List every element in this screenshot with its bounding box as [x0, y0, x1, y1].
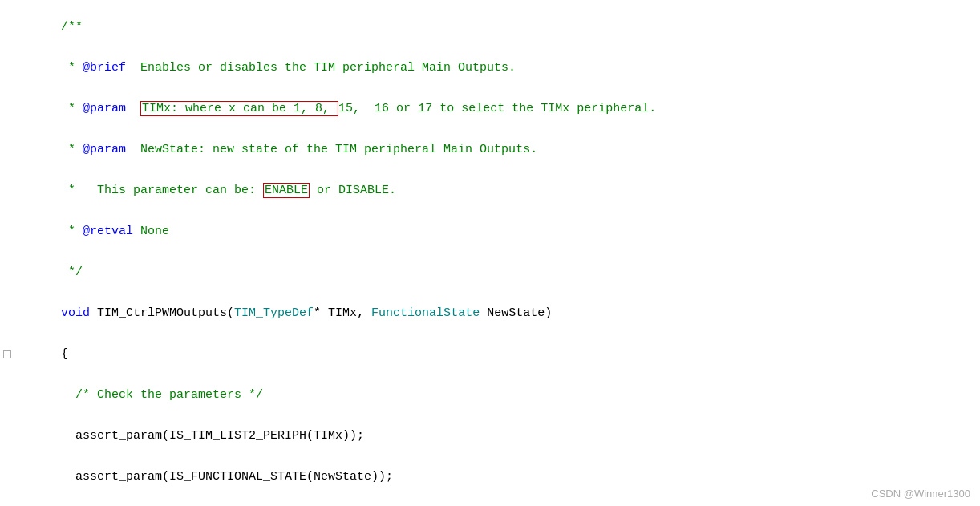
box-highlight-enable: ENABLE: [263, 183, 310, 198]
fold-icon[interactable]: −: [3, 350, 11, 358]
code-text: assert_param(IS_TIM_LIST2_PERIPH(TIMx));: [14, 415, 980, 456]
code-line: if (NewState != DISABLE): [0, 497, 980, 506]
comment-text: * @retval None: [61, 225, 169, 238]
watermark: CSDN @Winner1300: [871, 488, 970, 500]
code-text: if (NewState != DISABLE): [14, 497, 980, 506]
code-text: assert_param(IS_FUNCTIONAL_STATE(NewStat…: [14, 456, 980, 497]
code-line: * @brief Enables or disables the TIM per…: [0, 47, 980, 88]
comment-text: /**: [61, 20, 83, 34]
code-line: − {: [0, 334, 980, 374]
code-line: assert_param(IS_TIM_LIST2_PERIPH(TIMx));: [0, 415, 980, 456]
code-text: */: [14, 252, 980, 293]
keyword-void: void: [61, 306, 90, 320]
comment-text: /* Check the parameters */: [61, 388, 263, 402]
code-line: * @param TIMx: where x can be 1, 8, 15, …: [0, 88, 980, 129]
code-text: void TIM_CtrlPWMOutputs(TIM_TypeDef* TIM…: [14, 293, 980, 334]
comment-text: * @param NewState: new state of the TIM …: [61, 143, 537, 156]
comment-text: * This parameter can be: ENABLE or DISAB…: [61, 183, 396, 198]
code-line: * This parameter can be: ENABLE or DISAB…: [0, 170, 980, 211]
code-line: /**: [0, 6, 980, 47]
code-line: * @param NewState: new state of the TIM …: [0, 129, 980, 170]
code-line: assert_param(IS_FUNCTIONAL_STATE(NewStat…: [0, 456, 980, 497]
box-highlight-timx: TIMx: where x can be 1, 8,: [140, 101, 338, 116]
code-text: * This parameter can be: ENABLE or DISAB…: [14, 170, 980, 211]
comment-text: * @brief Enables or disables the TIM per…: [61, 61, 516, 75]
code-text: {: [14, 334, 980, 374]
code-text: /**: [14, 6, 980, 47]
line-gutter-fold[interactable]: −: [0, 350, 14, 358]
comment-text: */: [61, 265, 83, 279]
code-text: * @brief Enables or disables the TIM per…: [14, 47, 980, 88]
code-line: */: [0, 252, 980, 293]
comment-text: * @param TIMx: where x can be 1, 8, 15, …: [61, 101, 656, 116]
code-text: * @retval None: [14, 211, 980, 252]
code-text: * @param NewState: new state of the TIM …: [14, 129, 980, 170]
code-container: /** * @brief Enables or disables the TIM…: [0, 0, 980, 506]
code-line: /* Check the parameters */: [0, 374, 980, 415]
code-text: /* Check the parameters */: [14, 374, 980, 415]
code-text: * @param TIMx: where x can be 1, 8, 15, …: [14, 88, 980, 129]
code-line: void TIM_CtrlPWMOutputs(TIM_TypeDef* TIM…: [0, 293, 980, 334]
code-line: * @retval None: [0, 211, 980, 252]
